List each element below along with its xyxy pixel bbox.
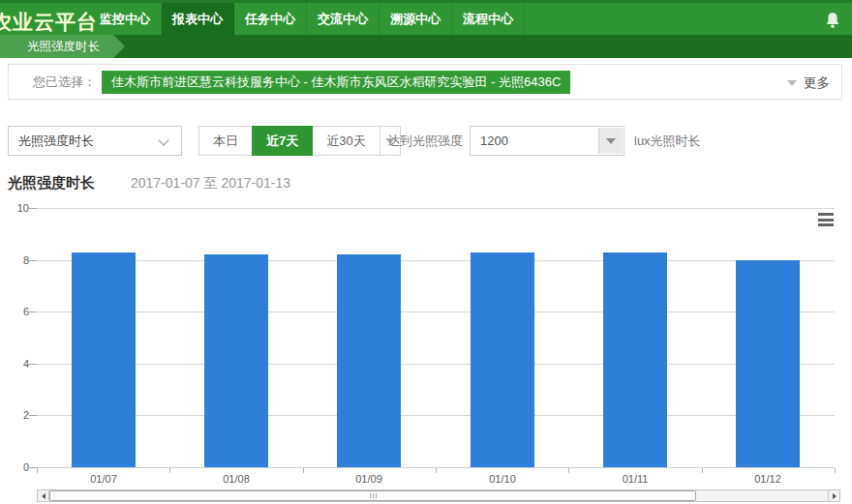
chart-bar[interactable] [736, 260, 800, 467]
gridline [37, 364, 835, 365]
nav-tab-trace[interactable]: 溯源中心 [380, 3, 452, 35]
y-axis-tick [29, 260, 37, 261]
breadcrumb-bar: 光照强度时长 [0, 35, 852, 58]
chart-bar[interactable] [72, 252, 136, 467]
metric-select-value: 光照强度时长 [18, 133, 94, 150]
x-axis-tick [303, 468, 304, 473]
breadcrumb[interactable]: 光照强度时长 [0, 35, 113, 58]
x-axis-label: 01/07 [65, 473, 142, 485]
arrow-right-icon [833, 493, 837, 499]
nav-tab-monitor[interactable]: 监控中心 [89, 3, 162, 35]
x-axis-label: 01/08 [198, 473, 275, 485]
x-axis-tick [37, 468, 38, 473]
selection-panel: 您已选择： 佳木斯市前进区慧云科技服务中心 - 佳木斯市东风区水稻研究实验田 -… [8, 64, 842, 100]
chart-bar[interactable] [471, 252, 534, 467]
brand-logo: 农业云平台 [0, 6, 98, 38]
date-range-group: 本日 近7天 近30天 [198, 126, 401, 156]
top-navbar: 农业云平台 监控中心 报表中心 任务中心 交流中心 溯源中心 流程中心 [0, 0, 852, 35]
threshold-label: 达到光照强度 [387, 126, 463, 156]
scroll-left-button[interactable] [38, 490, 49, 501]
y-axis-label: 10 [0, 202, 29, 214]
threshold-input[interactable] [471, 127, 598, 155]
chart-horizontal-scrollbar[interactable] [37, 489, 840, 502]
metric-select[interactable]: 光照强度时长 [8, 126, 182, 156]
arrow-left-icon [42, 493, 46, 499]
y-axis-label: 2 [0, 409, 29, 421]
threshold-field [470, 126, 624, 156]
x-axis-tick [702, 468, 703, 473]
x-axis-label: 01/11 [596, 473, 674, 485]
more-button-label: 更多 [804, 74, 830, 92]
chart-bar[interactable] [603, 252, 667, 467]
x-axis-label: 01/12 [729, 473, 806, 485]
gridline [37, 208, 835, 209]
y-axis-tick [29, 208, 37, 209]
scrollbar-thumb[interactable] [49, 490, 696, 501]
y-axis-label: 8 [0, 254, 29, 266]
threshold-caret-button[interactable] [598, 128, 623, 154]
range-button-30days[interactable]: 近30天 [312, 126, 380, 156]
x-axis-tick [568, 468, 569, 473]
nav-tab-report[interactable]: 报表中心 [162, 3, 234, 35]
chart-title: 光照强度时长 [8, 174, 95, 193]
chart-bar[interactable] [204, 254, 268, 467]
scroll-right-button[interactable] [828, 490, 839, 501]
nav-tab-process[interactable]: 流程中心 [452, 3, 525, 35]
y-axis-label: 6 [0, 306, 29, 317]
gridline [37, 415, 835, 416]
range-button-7days[interactable]: 近7天 [252, 126, 313, 156]
y-axis-tick [29, 364, 37, 365]
y-axis-tick [29, 311, 37, 312]
x-axis-tick [436, 468, 437, 473]
more-button[interactable]: 更多 [787, 65, 830, 101]
y-axis-tick [29, 467, 37, 468]
bar-chart: 024681001/0701/0801/0901/1001/1101/12 [0, 198, 852, 489]
x-axis-label: 01/09 [330, 473, 408, 485]
chart-date-range: 2017-01-07 至 2017-01-13 [131, 175, 290, 193]
y-axis-label: 4 [0, 358, 29, 370]
selection-label: 您已选择： [33, 74, 96, 91]
caret-down-icon [787, 80, 797, 86]
gridline [37, 311, 835, 312]
chart-menu-icon[interactable] [815, 210, 837, 229]
bell-icon[interactable] [825, 12, 840, 29]
nav-tab-communication[interactable]: 交流中心 [307, 3, 380, 35]
chevron-down-icon [158, 134, 168, 145]
unit-label: lux光照时长 [634, 126, 701, 156]
gridline [37, 260, 835, 261]
nav-tab-task[interactable]: 任务中心 [234, 3, 307, 35]
selected-device-chip[interactable]: 佳木斯市前进区慧云科技服务中心 - 佳木斯市东风区水稻研究实验田 - 光照643… [102, 71, 570, 94]
y-axis-tick [29, 415, 37, 416]
caret-down-icon [606, 138, 616, 144]
y-axis-label: 0 [0, 461, 29, 473]
x-axis-tick [835, 468, 836, 473]
app-window: 农业云平台 监控中心 报表中心 任务中心 交流中心 溯源中心 流程中心 光照强度… [0, 0, 852, 504]
chart-bar[interactable] [337, 254, 401, 467]
x-axis-tick [169, 468, 170, 473]
nav-tabs: 监控中心 报表中心 任务中心 交流中心 溯源中心 流程中心 [89, 3, 525, 35]
range-button-today[interactable]: 本日 [198, 126, 253, 156]
x-axis-label: 01/10 [464, 473, 541, 485]
